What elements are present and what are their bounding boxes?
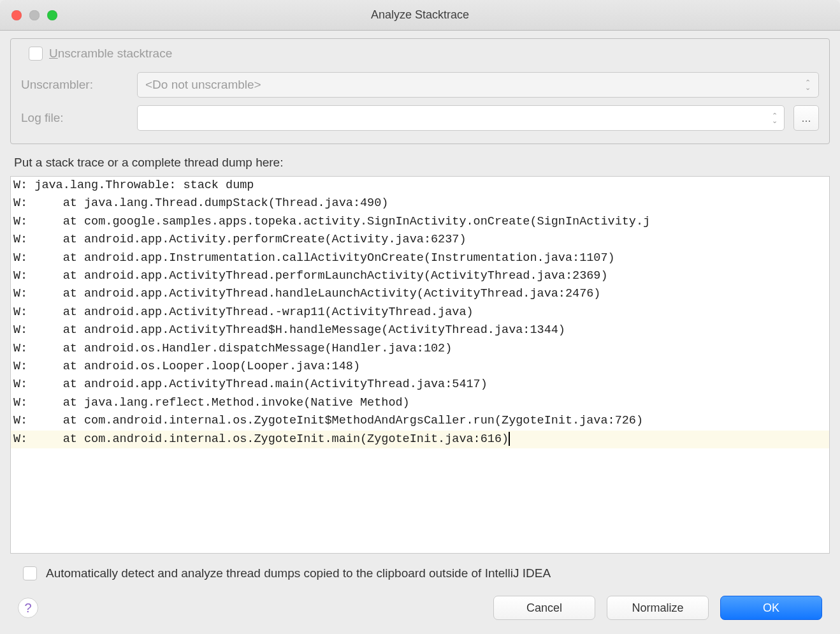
maximize-window-icon[interactable] xyxy=(47,10,57,20)
cancel-label: Cancel xyxy=(526,601,562,615)
browse-logfile-button[interactable]: ... xyxy=(793,105,819,131)
stacktrace-line[interactable]: W: at android.os.Handler.dispatchMessage… xyxy=(11,340,829,358)
dialog-title: Analyze Stacktrace xyxy=(0,8,840,22)
unscramble-checkbox-label: Unscramble stacktrace xyxy=(49,47,172,61)
help-button[interactable]: ? xyxy=(18,598,38,618)
autodetect-label: Automatically detect and analyze thread … xyxy=(46,566,551,580)
autodetect-checkbox[interactable] xyxy=(23,566,37,580)
titlebar: Analyze Stacktrace xyxy=(0,0,840,31)
ok-label: OK xyxy=(763,601,779,615)
traffic-lights xyxy=(0,10,57,20)
stacktrace-line[interactable]: W: at com.android.internal.os.ZygoteInit… xyxy=(11,431,829,448)
stacktrace-line[interactable]: W: at android.app.ActivityThread.main(Ac… xyxy=(11,376,829,394)
instruction-label: Put a stack trace or a complete thread d… xyxy=(10,144,830,176)
stacktrace-line[interactable]: W: at android.os.Looper.loop(Looper.java… xyxy=(11,358,829,376)
ellipsis-icon: ... xyxy=(801,112,811,125)
stacktrace-line[interactable]: W: at android.app.ActivityThread.handleL… xyxy=(11,285,829,303)
dialog-body: Unscramble stacktrace Unscrambler: <Do n… xyxy=(0,31,840,634)
unscrambler-select[interactable]: <Do not unscramble> ⌃⌄ xyxy=(137,72,819,98)
dropdown-stepper-icon: ⌃⌄ xyxy=(805,80,811,90)
close-window-icon[interactable] xyxy=(11,10,22,20)
stacktrace-line[interactable]: W: at android.app.ActivityThread.perform… xyxy=(11,267,829,285)
stacktrace-line[interactable]: W: at android.app.ActivityThread.-wrap11… xyxy=(11,304,829,321)
normalize-label: Normalize xyxy=(632,601,683,615)
stacktrace-line[interactable]: W: at android.app.Activity.performCreate… xyxy=(11,231,829,249)
normalize-button[interactable]: Normalize xyxy=(607,596,709,620)
stacktrace-line[interactable]: W: at java.lang.Thread.dumpStack(Thread.… xyxy=(11,195,829,212)
logfile-label: Log file: xyxy=(21,111,128,125)
stacktrace-line[interactable]: W: at com.google.samples.apps.topeka.act… xyxy=(11,213,829,231)
dropdown-stepper-icon: ⌃⌄ xyxy=(772,113,778,123)
options-panel: Unscramble stacktrace Unscrambler: <Do n… xyxy=(10,38,830,144)
stacktrace-line[interactable]: W: at android.app.ActivityThread$H.handl… xyxy=(11,321,829,339)
stacktrace-line[interactable]: W: java.lang.Throwable: stack dump xyxy=(11,177,829,195)
stacktrace-textarea[interactable]: W: java.lang.Throwable: stack dumpW: at … xyxy=(10,176,830,554)
stacktrace-line[interactable]: W: at android.app.Instrumentation.callAc… xyxy=(11,249,829,267)
cancel-button[interactable]: Cancel xyxy=(493,596,595,620)
text-cursor xyxy=(509,432,510,446)
help-icon: ? xyxy=(24,601,31,616)
stacktrace-line[interactable]: W: at java.lang.reflect.Method.invoke(Na… xyxy=(11,394,829,412)
unscrambler-label: Unscrambler: xyxy=(21,78,128,92)
unscramble-checkbox[interactable] xyxy=(29,47,43,61)
stacktrace-line[interactable]: W: at com.android.internal.os.ZygoteInit… xyxy=(11,412,829,430)
unscrambler-value: <Do not unscramble> xyxy=(145,78,261,92)
logfile-input[interactable]: ⌃⌄ xyxy=(137,105,785,131)
ok-button[interactable]: OK xyxy=(720,596,822,620)
minimize-window-icon xyxy=(29,10,40,20)
